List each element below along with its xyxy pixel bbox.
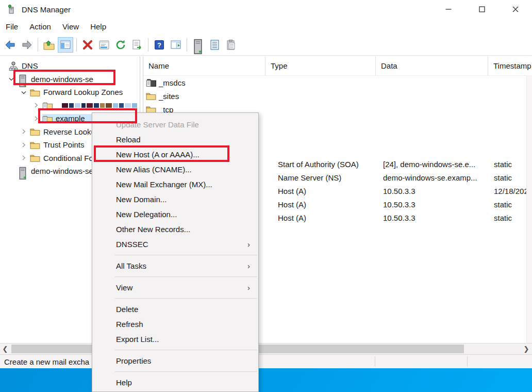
status-divider bbox=[467, 356, 468, 367]
windows-taskbar[interactable] bbox=[0, 368, 532, 392]
show-action-pane-button[interactable] bbox=[168, 37, 184, 53]
list-row-msdcs[interactable]: _msdcs bbox=[143, 76, 532, 89]
server-button[interactable] bbox=[190, 37, 206, 53]
tree-item-body: DNS bbox=[8, 61, 38, 71]
tree-item-label: _ bbox=[56, 101, 60, 110]
menu-item-label: New Mail Exchanger (MX)... bbox=[116, 180, 212, 189]
menubar-item-help[interactable]: Help bbox=[85, 20, 112, 34]
record-data: 10.50.3.3 bbox=[383, 187, 415, 195]
menu-item-export-list[interactable]: Export List... bbox=[92, 332, 258, 347]
menu-separator bbox=[115, 350, 257, 350]
vertical-scrollbar-track[interactable] bbox=[526, 75, 532, 343]
close-button[interactable] bbox=[498, 0, 532, 19]
column-header-name[interactable]: Name bbox=[143, 56, 265, 75]
menu-item-label: New Delegation... bbox=[116, 210, 177, 219]
refresh-icon bbox=[114, 39, 127, 51]
zone-context-menu: Update Server Data FileReloadNew Host (A… bbox=[92, 112, 259, 392]
record-data: demo-windows-se.examp... bbox=[383, 173, 477, 182]
collapsed-chevron-icon[interactable] bbox=[30, 101, 42, 109]
collapsed-chevron-icon[interactable] bbox=[18, 127, 30, 136]
maximize-button[interactable] bbox=[465, 0, 498, 19]
record-type: Start of Authority (SOA) bbox=[278, 160, 359, 169]
tree-item-label: demo-windows-se bbox=[31, 75, 93, 84]
record-list-button[interactable] bbox=[207, 37, 222, 53]
scroll-left-button[interactable]: ❮ bbox=[0, 344, 10, 354]
menu-item-label: Delete bbox=[116, 305, 138, 314]
collapsed-chevron-icon[interactable] bbox=[18, 154, 30, 162]
menu-item-label: Reload bbox=[116, 135, 141, 144]
menu-item-properties[interactable]: Properties bbox=[92, 353, 258, 368]
show-console-tree-button[interactable] bbox=[58, 37, 73, 53]
expanded-chevron-icon[interactable] bbox=[5, 75, 18, 83]
server-icon bbox=[18, 74, 28, 84]
tree-item-body: Forward Lookup Zones bbox=[30, 88, 123, 97]
delete-x-button[interactable] bbox=[80, 37, 95, 53]
show-action-pane-icon bbox=[170, 39, 182, 51]
forward-arrow-icon bbox=[21, 39, 33, 51]
menu-item-reload[interactable]: Reload bbox=[92, 132, 258, 147]
menu-item-view[interactable]: View› bbox=[92, 280, 258, 295]
collapsed-chevron-icon[interactable] bbox=[30, 115, 42, 123]
back-arrow-button[interactable] bbox=[3, 37, 18, 53]
dns-manager-app-icon bbox=[6, 4, 16, 14]
menubar-item-view[interactable]: View bbox=[57, 20, 85, 34]
horizontal-scrollbar[interactable]: ❮ ❯ bbox=[0, 343, 532, 354]
submenu-arrow-icon: › bbox=[247, 283, 250, 292]
refresh-button[interactable] bbox=[113, 37, 128, 53]
column-header-type[interactable]: Type bbox=[265, 56, 376, 75]
tree-item-label: DNS bbox=[22, 61, 38, 70]
scroll-right-button[interactable]: ❯ bbox=[521, 344, 531, 354]
collapsed-chevron-icon[interactable] bbox=[18, 141, 30, 149]
forward-arrow-button[interactable] bbox=[19, 37, 35, 53]
list-row-sites[interactable]: _sites bbox=[143, 89, 532, 103]
menu-item-new-alias-cname[interactable]: New Alias (CNAME)... bbox=[92, 162, 258, 177]
minimize-button[interactable] bbox=[431, 0, 465, 19]
menu-item-label: View bbox=[116, 283, 132, 292]
folder-rows: _msdcs_sites_tcp bbox=[143, 76, 532, 116]
up-one-level-folder-button[interactable] bbox=[41, 37, 57, 53]
tree-item-demo-windows-se[interactable]: demo-windows-se bbox=[0, 73, 140, 86]
menu-item-label: New Host (A or AAAA)... bbox=[116, 150, 200, 159]
record-type: Host (A) bbox=[278, 200, 306, 209]
status-text: Create a new mail excha bbox=[4, 357, 89, 366]
menu-item-label: Properties bbox=[116, 356, 151, 365]
menu-item-new-domain[interactable]: New Domain... bbox=[92, 192, 258, 207]
status-bar: Create a new mail excha bbox=[0, 354, 532, 368]
menu-separator bbox=[115, 371, 257, 372]
menu-item-help[interactable]: Help bbox=[92, 375, 258, 390]
properties-window-button[interactable] bbox=[96, 37, 112, 53]
export-list-button[interactable] bbox=[129, 37, 145, 53]
clipboard-button[interactable] bbox=[223, 37, 239, 53]
selected-highlight: example bbox=[42, 114, 92, 123]
tree-item-forward-lookup-zones[interactable]: Forward Lookup Zones bbox=[0, 86, 140, 99]
column-header-data[interactable]: Data bbox=[376, 56, 488, 75]
window-title: DNS Manager bbox=[22, 5, 71, 14]
tree-item-dns[interactable]: DNS bbox=[0, 59, 140, 73]
menu-item-refresh[interactable]: Refresh bbox=[92, 317, 258, 332]
menu-separator bbox=[115, 298, 257, 299]
tree-item-body: demo-windows-se bbox=[18, 167, 93, 176]
menu-item-new-host-a-or-aaaa[interactable]: New Host (A or AAAA)... bbox=[92, 147, 258, 162]
tree-item-label: Forward Lookup Zones bbox=[43, 88, 123, 96]
submenu-arrow-icon: › bbox=[247, 240, 250, 249]
status-divider bbox=[375, 356, 375, 367]
menu-item-update-server-data-file: Update Server Data File bbox=[92, 117, 258, 132]
menu-item-other-new-records[interactable]: Other New Records... bbox=[92, 222, 258, 237]
menu-item-label: Update Server Data File bbox=[116, 120, 199, 129]
menubar-item-file[interactable]: File bbox=[0, 20, 24, 34]
folder-icon bbox=[30, 140, 40, 150]
tree-item-redacted-zone[interactable]: _ bbox=[0, 99, 140, 112]
column-header-timestamp[interactable]: Timestamp bbox=[488, 56, 532, 75]
toolbar-separator bbox=[76, 38, 77, 52]
tree-item-label: Trust Points bbox=[43, 140, 84, 149]
menu-item-new-delegation[interactable]: New Delegation... bbox=[92, 207, 258, 222]
menubar-item-action[interactable]: Action bbox=[24, 20, 57, 34]
svg-text:?: ? bbox=[157, 41, 161, 49]
menu-item-dnssec[interactable]: DNSSEC› bbox=[92, 237, 258, 252]
menu-item-new-mail-exchanger-mx[interactable]: New Mail Exchanger (MX)... bbox=[92, 177, 258, 192]
menu-item-delete[interactable]: Delete bbox=[92, 302, 258, 317]
help-button[interactable]: ? bbox=[152, 37, 167, 53]
expanded-chevron-icon[interactable] bbox=[18, 88, 30, 96]
menu-item-all-tasks[interactable]: All Tasks› bbox=[92, 258, 258, 273]
properties-window-icon bbox=[98, 39, 110, 51]
